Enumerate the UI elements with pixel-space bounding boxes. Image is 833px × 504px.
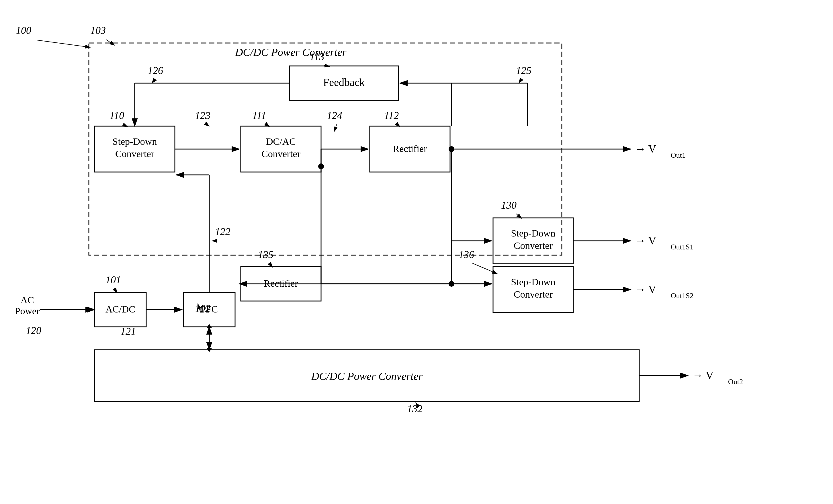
label-132: 132 bbox=[407, 403, 423, 414]
label-136: 136 bbox=[459, 249, 474, 260]
dcac-111-line1: DC/AC bbox=[266, 136, 296, 147]
dcdc-top-label: DC/DC Power Converter bbox=[235, 46, 347, 58]
vout1s2-sub: Out1S2 bbox=[671, 292, 693, 300]
dcdc-bottom-label: DC/DC Power Converter bbox=[311, 370, 423, 382]
arrow-100 bbox=[37, 40, 90, 47]
label-130: 130 bbox=[501, 199, 517, 211]
arrow-123 bbox=[206, 124, 209, 126]
stepdown-110-line2: Converter bbox=[115, 148, 154, 159]
ac-power-label-line1: AC bbox=[20, 295, 34, 305]
label-110: 110 bbox=[110, 110, 124, 121]
vout1-label: → V bbox=[635, 143, 657, 155]
vout1s2-label: → V bbox=[635, 283, 657, 295]
label-122: 122 bbox=[215, 226, 231, 237]
ac-power-label-line2: Power bbox=[15, 306, 40, 316]
circuit-diagram: DC/DC Power Converter Feedback Step-Down… bbox=[0, 0, 833, 504]
vout1-sub: Out1 bbox=[671, 151, 686, 160]
arrow-136 bbox=[472, 263, 497, 274]
label-124: 124 bbox=[327, 110, 342, 121]
rectifier-112-label: Rectifier bbox=[393, 143, 427, 154]
label-100: 100 bbox=[16, 25, 31, 36]
vout1s1-sub: Out1S1 bbox=[671, 243, 693, 251]
vout2-sub: Out2 bbox=[728, 378, 743, 386]
feedback-label: Feedback bbox=[323, 76, 365, 88]
stepdown-136-line1: Step-Down bbox=[511, 277, 555, 287]
stepdown-110-line1: Step-Down bbox=[113, 136, 157, 147]
diagram-container: DC/DC Power Converter Feedback Step-Down… bbox=[0, 0, 833, 504]
label-101: 101 bbox=[105, 274, 121, 286]
label-120: 120 bbox=[26, 325, 41, 336]
label-102: 102 bbox=[195, 303, 210, 314]
label-111: 111 bbox=[252, 110, 266, 121]
arrow-up-pfc bbox=[206, 324, 212, 328]
vout1s1-label: → V bbox=[635, 235, 657, 246]
stepdown-130-line2: Converter bbox=[514, 240, 553, 251]
label-103: 103 bbox=[90, 25, 106, 36]
label-121: 121 bbox=[120, 326, 136, 337]
vout2-label: → V bbox=[692, 369, 714, 381]
acdc-101-label: AC/DC bbox=[105, 304, 135, 314]
arrow-126 bbox=[152, 79, 156, 83]
arrow-125 bbox=[519, 79, 522, 83]
label-126: 126 bbox=[148, 65, 163, 76]
dcac-111-line2: Converter bbox=[261, 148, 301, 159]
stepdown-136-line2: Converter bbox=[514, 289, 553, 299]
label-113: 113 bbox=[310, 51, 324, 63]
stepdown-130-line1: Step-Down bbox=[511, 228, 555, 239]
label-112: 112 bbox=[384, 110, 399, 121]
arrow-124 bbox=[334, 124, 337, 132]
label-123: 123 bbox=[195, 110, 210, 121]
label-125: 125 bbox=[516, 65, 531, 76]
arrow-103 bbox=[106, 40, 115, 45]
label-135: 135 bbox=[258, 249, 273, 260]
